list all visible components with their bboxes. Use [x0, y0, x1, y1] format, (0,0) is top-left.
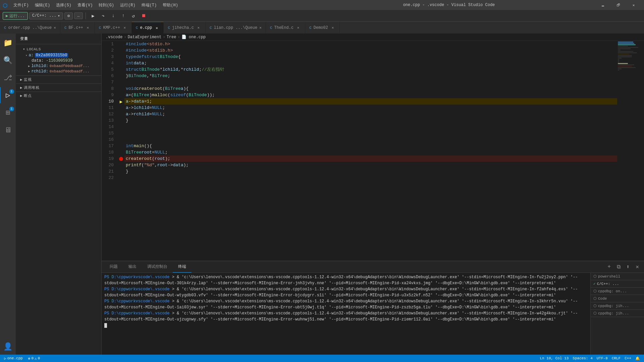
- run-button[interactable]: ▶ 运行...: [3, 12, 28, 20]
- activity-debug[interactable]: ▷ 1: [0, 87, 16, 103]
- breakpoint-19[interactable]: [119, 157, 123, 161]
- tab-one-close[interactable]: ✕: [154, 25, 159, 31]
- activity-search[interactable]: 🔍: [0, 52, 16, 68]
- status-errors[interactable]: ⊗ 0 ⚠ 0: [27, 356, 41, 361]
- panel-tab-terminal[interactable]: 终端: [173, 261, 192, 273]
- bc-dataexperiment[interactable]: DataExperiment: [128, 35, 162, 40]
- cppdbg2-label: cppdbg: jih...: [598, 304, 629, 308]
- bc-vscode[interactable]: .vscode: [106, 35, 122, 40]
- ln-10: 10: [102, 98, 114, 105]
- var-a[interactable]: ▾ a: 0x2a8693315b0: [16, 53, 101, 58]
- activity-explorer[interactable]: 📁: [0, 35, 16, 51]
- term-prompt-3: PS D:\cppworkvscode\.vscode: [104, 299, 169, 304]
- tab-theend[interactable]: C TheEnd.c ✕: [266, 22, 305, 34]
- locals-title[interactable]: ▾ Locals: [16, 46, 101, 53]
- status-language[interactable]: C++: [623, 356, 633, 361]
- menu-help[interactable]: 帮助(H): [160, 2, 181, 9]
- bc-file[interactable]: 📄 one.cpp: [181, 35, 206, 40]
- menu-run[interactable]: 运行(R): [117, 2, 138, 9]
- panel-tab-debug-console[interactable]: 调试控制台: [142, 261, 173, 273]
- ln-13: 13: [102, 117, 114, 124]
- status-right: Ln 10, Col 13 Spaces: 4 UTF-8 CRLF C++ 🔔: [539, 356, 641, 361]
- activity-git[interactable]: ⎇: [0, 70, 16, 86]
- term-code[interactable]: ⬡ Code: [591, 295, 644, 302]
- panel-tab-problems[interactable]: 问题: [104, 261, 123, 273]
- menu-select[interactable]: 选择(S): [53, 2, 74, 9]
- ln-17: 17: [102, 143, 114, 149]
- restart-button[interactable]: ↺: [129, 12, 138, 20]
- breakpoints-section[interactable]: ▶ 断点: [16, 92, 101, 100]
- tab-bf-close[interactable]: ✕: [85, 25, 91, 31]
- mm-22: [618, 70, 619, 71]
- menu-goto[interactable]: 转到(G): [96, 2, 117, 9]
- menu-view[interactable]: 查看(V): [75, 2, 96, 9]
- settings-button[interactable]: ⚙: [64, 12, 73, 19]
- tab-one[interactable]: C e.cpp ✕: [132, 22, 164, 34]
- tab-kmp[interactable]: C KMP.c++ ✕: [95, 22, 132, 34]
- watch-section[interactable]: ▶ 监视: [16, 75, 101, 83]
- menu-file[interactable]: 文件(F): [11, 2, 32, 9]
- status-eol[interactable]: CRLF: [610, 356, 622, 361]
- step-out-button[interactable]: ↑: [119, 12, 128, 20]
- panel-actions: + ⧉ ⬆ ✕: [605, 263, 641, 271]
- content: 📁 🔍 ⎇ ▷ 1 ⊞ 1 🖥 👤 变量 ▾ Locals: [0, 34, 644, 355]
- code-content[interactable]: #include <stdio.h> #include <stdlib.h> t…: [124, 41, 617, 261]
- var-a-rchild[interactable]: ▶ rchild: 0xbaadf00dbaadf...: [16, 69, 101, 74]
- debug-status-icon: ▷: [4, 356, 6, 361]
- term-cmd-3: > & 'c:\Users\lenovo\.vscode\extensions\…: [104, 299, 578, 310]
- status-encoding[interactable]: UTF-8: [595, 356, 609, 361]
- status-notification[interactable]: 🔔: [634, 356, 641, 361]
- maximize-button[interactable]: 🗗: [610, 0, 626, 10]
- step-into-button[interactable]: ↓: [109, 12, 118, 20]
- status-line-col[interactable]: Ln 10, Col 13: [539, 356, 570, 361]
- panel-tabs: 问题 输出 调试控制台 终端 + ⧉ ⬆ ✕: [102, 261, 644, 273]
- terminal-content[interactable]: PS D:\cppworkvscode\.vscode > & 'c:\User…: [102, 273, 590, 355]
- tab-one-label: e.cpp: [140, 25, 152, 30]
- tab-kmp-label: KMP.c++: [103, 25, 120, 30]
- activity-extensions[interactable]: ⊞ 1: [0, 105, 16, 121]
- term-cppdbg-3[interactable]: ⬡ cppdbg: jih...: [591, 310, 644, 317]
- term-cppdbg-1[interactable]: ⬡ cppdbg: on...: [591, 288, 644, 295]
- minimize-button[interactable]: 🗕: [595, 0, 610, 10]
- config-dropdown-icon: ▾: [58, 13, 60, 18]
- more-button[interactable]: …: [74, 12, 83, 19]
- tab-kmp-close[interactable]: ✕: [122, 25, 127, 31]
- term-cppdbg-2[interactable]: ⬡ cppdbg: jih...: [591, 302, 644, 310]
- toolbar-separator: [86, 12, 86, 19]
- tab-order[interactable]: C order.cpp ..\Queue ✕: [0, 22, 60, 34]
- activity-account[interactable]: 👤: [0, 339, 16, 355]
- bc-tree[interactable]: Tree: [167, 35, 176, 40]
- tab-order-close[interactable]: ✕: [54, 25, 56, 31]
- tab-demo02[interactable]: C Demo02 ✕: [305, 22, 340, 34]
- continue-button[interactable]: ▶: [89, 12, 98, 20]
- close-button[interactable]: ✕: [626, 0, 641, 10]
- status-spaces[interactable]: Spaces: 4: [571, 356, 594, 361]
- tab-theend-close[interactable]: ✕: [296, 25, 301, 31]
- term-cpp[interactable]: ✓ C/C++: ...: [591, 280, 644, 288]
- config-button[interactable]: C/C++: ... ▾: [29, 12, 63, 19]
- split-terminal-button[interactable]: ⧉: [614, 263, 623, 271]
- menu-terminal[interactable]: 终端(T): [139, 2, 160, 9]
- tab-jihecha-close[interactable]: ✕: [196, 25, 201, 31]
- activity-remote[interactable]: 🖥: [0, 122, 16, 138]
- tab-bf[interactable]: C BF.c++ ✕: [60, 22, 95, 34]
- menu-edit[interactable]: 编辑(E): [32, 2, 53, 9]
- tab-jihecha[interactable]: C jihecha.c ✕: [164, 22, 205, 34]
- tab-demo02-close[interactable]: ✕: [330, 25, 335, 31]
- var-a-lchild[interactable]: ▶ lchild: 0xbaadf00dbaadf...: [16, 63, 101, 69]
- status-debug[interactable]: ▷ one.cpp: [3, 356, 24, 361]
- ps-label: powershell: [598, 275, 620, 279]
- panel-tab-output[interactable]: 输出: [123, 261, 142, 273]
- tab-lian[interactable]: C lian.cpp ...\Queue ✕: [206, 22, 266, 34]
- debug-sidebar: 变量 ▾ Locals ▾ a: 0x2a8693315b0 data: [16, 34, 102, 355]
- add-terminal-button[interactable]: +: [605, 263, 613, 271]
- rchild-arrow: ▶: [28, 70, 30, 73]
- stop-button[interactable]: ⏹: [139, 12, 148, 20]
- step-over-button[interactable]: ↷: [99, 12, 108, 20]
- close-panel-button[interactable]: ✕: [633, 263, 641, 271]
- term-powershell[interactable]: ⬡ powershell: [591, 273, 644, 280]
- tab-lian-close[interactable]: ✕: [259, 25, 262, 31]
- cpp-term-label: C/C++: ...: [597, 282, 619, 286]
- maximize-panel-button[interactable]: ⬆: [624, 263, 632, 271]
- callstack-section[interactable]: ▶ 调用堆栈: [16, 83, 101, 92]
